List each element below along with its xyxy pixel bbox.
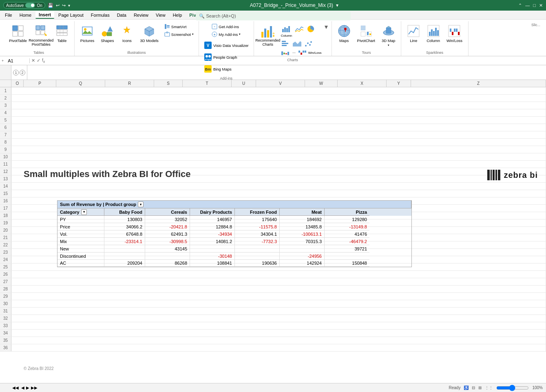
col-S[interactable]: S xyxy=(154,80,183,87)
menu-help[interactable]: Help xyxy=(170,12,186,18)
sheet-nav-right[interactable]: ▶ xyxy=(26,385,29,390)
cell-reference[interactable]: A1 xyxy=(5,58,30,63)
smartart-button[interactable]: SmartArt xyxy=(163,23,195,30)
line-chart-button[interactable] xyxy=(294,24,304,38)
level-2-button[interactable]: 2 xyxy=(20,70,25,75)
menu-insert[interactable]: Insert xyxy=(35,11,54,19)
autosave-badge[interactable]: AutoSave On xyxy=(3,2,45,9)
view-normal-icon[interactable]: ⊟ xyxy=(472,385,475,390)
pie-chart-button[interactable] xyxy=(305,24,316,38)
cell-8[interactable] xyxy=(11,139,546,146)
menu-review[interactable]: Review xyxy=(130,12,152,18)
my-addins-dropdown[interactable]: ▾ xyxy=(239,33,241,36)
pivot-filter-button[interactable]: ▾ xyxy=(138,202,144,207)
cell-11[interactable] xyxy=(11,161,546,168)
col-V[interactable]: V xyxy=(256,80,305,87)
col-Z[interactable]: Z xyxy=(411,80,546,87)
cell-2[interactable] xyxy=(11,95,546,102)
pivot-header-filter: Product group xyxy=(105,202,136,207)
slice-button[interactable]: Slic... xyxy=(529,21,543,47)
menu-home[interactable]: Home xyxy=(16,12,35,18)
win-loss-sparkline-button[interactable]: Win/Loss xyxy=(444,23,465,49)
recommended-pivottables-button[interactable]: Recommended PivotTables xyxy=(31,23,51,49)
svg-rect-71 xyxy=(450,29,451,32)
more-charts-button[interactable]: ⋯ xyxy=(292,49,296,56)
expand-rows-icon[interactable]: + xyxy=(2,59,4,63)
col-P[interactable]: P xyxy=(24,80,56,87)
menu-view[interactable]: View xyxy=(153,12,169,18)
cell-1[interactable] xyxy=(11,87,546,94)
customize-icon[interactable]: ▾ xyxy=(68,3,70,8)
cell-6[interactable] xyxy=(11,124,546,131)
level-1-button[interactable]: 1 xyxy=(13,70,19,75)
3d-map-button[interactable]: 3D Map ▾ xyxy=(379,23,398,49)
col-R[interactable]: R xyxy=(105,80,154,87)
menu-formulas[interactable]: Formulas xyxy=(88,12,113,18)
cancel-formula-icon[interactable]: ✕ xyxy=(31,58,35,63)
cell-3[interactable] xyxy=(11,102,546,109)
icons-button[interactable]: Icons xyxy=(118,23,136,49)
search-bar[interactable]: 🔍 Search (Alt+Q) xyxy=(196,11,351,20)
column-sparkline-button[interactable]: Column xyxy=(424,23,442,49)
sheet-nav-next[interactable]: ▶▶ xyxy=(31,385,38,390)
column-chart-button[interactable]: Column xyxy=(280,24,293,38)
window-minimize-icon[interactable]: — xyxy=(525,3,530,8)
save-icon[interactable]: 💾 xyxy=(48,3,53,8)
col-T[interactable]: T xyxy=(183,80,232,87)
visio-button[interactable]: V Visio Data Visualizer xyxy=(202,40,250,51)
window-close-icon[interactable]: ✕ xyxy=(539,3,543,8)
get-addins-button[interactable]: + Get Add-ins xyxy=(210,23,242,30)
col-X[interactable]: X xyxy=(338,80,387,87)
autosave-toggle[interactable] xyxy=(25,3,35,8)
table-button[interactable]: Table xyxy=(53,23,71,49)
menu-page-layout[interactable]: Page Layout xyxy=(55,12,87,18)
row-30: 30 xyxy=(0,300,546,308)
undo-icon[interactable]: ↩ xyxy=(56,3,60,8)
3d-map-dropdown[interactable]: ▾ xyxy=(388,44,389,47)
title-dropdown-icon[interactable]: ▾ xyxy=(336,2,338,8)
my-addins-button[interactable]: ★ My Add-ins ▾ xyxy=(210,31,242,38)
view-pagebreak-icon[interactable]: ⋮⋮ xyxy=(485,385,493,390)
view-layout-icon[interactable]: ⊞ xyxy=(478,385,482,390)
pivottable-button[interactable]: PivotTable xyxy=(7,23,29,49)
cell-9[interactable] xyxy=(11,146,546,153)
col-category[interactable]: Category ▾ xyxy=(57,208,104,216)
confirm-formula-icon[interactable]: ✓ xyxy=(37,58,40,63)
waterfall-button[interactable] xyxy=(280,49,291,56)
col-U[interactable]: U xyxy=(232,80,256,87)
pivotchart-button[interactable]: PivotChart xyxy=(355,23,378,49)
screenshot-button[interactable]: Screenshot ▾ xyxy=(163,31,195,38)
win-loss-button[interactable]: Win/Loss xyxy=(297,49,323,56)
bar-chart-button[interactable] xyxy=(280,39,291,48)
col-W[interactable]: W xyxy=(305,80,338,87)
insert-function-icon[interactable]: fx xyxy=(42,58,45,64)
zoom-slider[interactable] xyxy=(496,385,529,390)
sheet-nav-prev[interactable]: ◀◀ xyxy=(11,385,20,390)
3d-models-button[interactable]: 3D Models xyxy=(137,23,161,49)
people-graph-button[interactable]: People Graph xyxy=(202,51,250,63)
maps-button[interactable]: Maps xyxy=(335,23,353,49)
screenshot-dropdown-icon[interactable]: ▾ xyxy=(192,33,194,36)
recommended-charts-button[interactable]: Recommended Charts xyxy=(257,23,279,49)
cell-7[interactable] xyxy=(11,131,546,138)
cell-4[interactable] xyxy=(11,109,546,116)
sheet-nav-left[interactable]: ◀ xyxy=(21,385,24,390)
window-maximize-icon[interactable]: □ xyxy=(533,3,536,8)
col-O[interactable]: O xyxy=(11,80,24,87)
scatter-chart-button[interactable] xyxy=(303,39,314,48)
charts-expand-button[interactable] xyxy=(324,24,328,29)
line-sparkline-button[interactable]: Line xyxy=(405,23,422,49)
category-filter-button[interactable]: ▾ xyxy=(81,209,87,215)
menu-file[interactable]: File xyxy=(2,12,15,18)
accessibility-icon[interactable]: ♿ xyxy=(464,385,469,390)
col-Q[interactable]: Q xyxy=(56,80,105,87)
area-chart-button[interactable] xyxy=(292,39,302,48)
col-Y[interactable]: Y xyxy=(387,80,411,87)
cell-5[interactable] xyxy=(11,117,546,124)
pictures-button[interactable]: Pictures xyxy=(78,23,97,49)
ribbon-collapse-icon[interactable]: ⌃ xyxy=(518,3,522,8)
shapes-button[interactable]: Shapes xyxy=(98,23,116,49)
menu-data[interactable]: Data xyxy=(114,12,130,18)
cell-10[interactable] xyxy=(11,153,546,160)
redo-icon[interactable]: ↪ xyxy=(62,3,66,8)
